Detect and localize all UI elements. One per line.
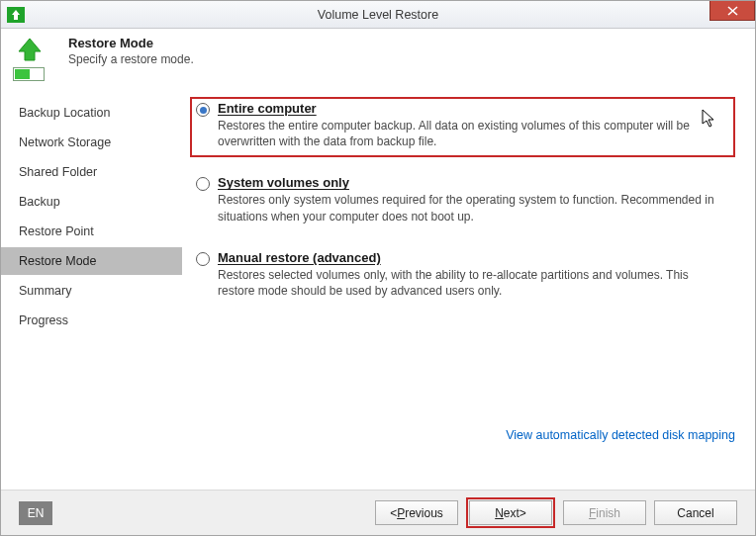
wizard-header: Restore Mode Specify a restore mode.: [1, 29, 755, 83]
next-button-highlight: Next >: [466, 497, 555, 528]
sidebar-item-network-storage[interactable]: Network Storage: [1, 129, 182, 156]
next-button[interactable]: Next >: [469, 500, 552, 525]
sidebar-item-progress[interactable]: Progress: [1, 307, 182, 334]
radio-entire-computer[interactable]: [196, 103, 210, 117]
cancel-button[interactable]: Cancel: [654, 500, 737, 525]
close-button[interactable]: [709, 1, 755, 21]
sidebar-item-restore-mode[interactable]: Restore Mode: [1, 247, 182, 275]
finish-button: Finish: [563, 500, 646, 525]
option-manual-restore[interactable]: Manual restore (advanced) Restores selec…: [190, 246, 735, 305]
sidebar-item-summary[interactable]: Summary: [1, 277, 182, 305]
option-desc: Restores the entire computer backup. All…: [218, 118, 727, 149]
view-disk-mapping-link[interactable]: View automatically detected disk mapping: [506, 428, 735, 442]
app-icon: [7, 7, 25, 23]
title-bar: Volume Level Restore: [1, 1, 755, 29]
language-button[interactable]: EN: [19, 501, 52, 525]
wizard-footer: EN < Previous Next > Finish Cancel: [1, 490, 755, 535]
radio-system-volumes[interactable]: [196, 177, 210, 191]
option-desc: Restores only system volumes required fo…: [218, 192, 727, 223]
restore-icon: [13, 36, 47, 63]
header-icon: [13, 36, 68, 81]
page-subtitle: Specify a restore mode.: [68, 52, 194, 66]
sidebar-item-restore-point[interactable]: Restore Point: [1, 218, 182, 245]
wizard-sidebar: Backup Location Network Storage Shared F…: [1, 93, 182, 490]
sidebar-item-backup[interactable]: Backup: [1, 188, 182, 216]
option-title: Entire computer: [218, 101, 727, 116]
option-title: Manual restore (advanced): [218, 250, 727, 265]
previous-button[interactable]: < Previous: [375, 500, 458, 525]
radio-manual-restore[interactable]: [196, 252, 210, 266]
option-desc: Restores selected volumes only, with the…: [218, 267, 727, 299]
window-title: Volume Level Restore: [1, 8, 755, 22]
sidebar-item-shared-folder[interactable]: Shared Folder: [1, 158, 182, 186]
option-system-volumes[interactable]: System volumes only Restores only system…: [190, 171, 735, 229]
option-title: System volumes only: [218, 175, 727, 190]
option-entire-computer[interactable]: Entire computer Restores the entire comp…: [190, 97, 735, 157]
sidebar-item-backup-location[interactable]: Backup Location: [1, 99, 182, 127]
page-title: Restore Mode: [68, 36, 194, 50]
wizard-main: Entire computer Restores the entire comp…: [182, 93, 755, 490]
disk-icon: [13, 67, 45, 81]
